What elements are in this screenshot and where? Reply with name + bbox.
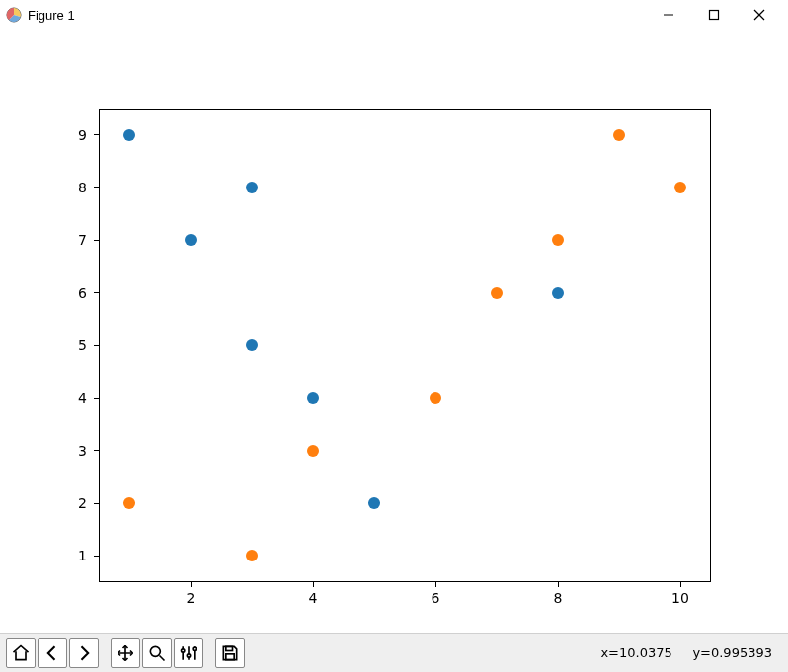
y-tick-label: 5 — [78, 337, 87, 353]
data-point — [552, 287, 564, 299]
x-tick-mark — [435, 582, 436, 587]
y-tick-label: 6 — [78, 285, 87, 301]
cursor-coordinates: x=10.0375 y=0.995393 — [600, 645, 782, 660]
y-tick-label: 9 — [78, 127, 87, 143]
zoom-button[interactable] — [142, 638, 172, 668]
svg-point-5 — [150, 646, 160, 656]
home-button[interactable] — [6, 638, 36, 668]
svg-rect-13 — [226, 646, 233, 650]
window-controls — [646, 0, 782, 30]
y-tick-label: 2 — [78, 495, 87, 511]
x-tick-label: 2 — [187, 590, 196, 606]
data-point — [430, 392, 441, 404]
data-point — [552, 234, 564, 246]
x-tick-label: 10 — [671, 590, 689, 606]
window-title-bar: Figure 1 — [0, 0, 788, 30]
data-point — [491, 287, 503, 299]
svg-point-10 — [187, 653, 190, 656]
save-icon — [220, 643, 240, 663]
minimize-button[interactable] — [646, 0, 691, 30]
close-button[interactable] — [737, 0, 782, 30]
matplotlib-figure-icon — [6, 7, 22, 23]
svg-line-6 — [160, 655, 165, 660]
save-button[interactable] — [215, 638, 245, 668]
y-tick-mark — [94, 398, 99, 399]
pan-button[interactable] — [111, 638, 140, 668]
back-button[interactable] — [38, 638, 67, 668]
pan-icon — [116, 643, 135, 663]
plot-axes — [99, 109, 711, 582]
configure-subplots-button[interactable] — [174, 638, 203, 668]
window-title: Figure 1 — [28, 8, 75, 23]
svg-rect-2 — [710, 11, 719, 20]
x-tick-label: 8 — [554, 590, 563, 606]
zoom-icon — [147, 643, 167, 663]
back-icon — [42, 643, 62, 663]
svg-point-12 — [193, 647, 196, 650]
y-tick-label: 8 — [78, 180, 87, 195]
data-point — [613, 129, 625, 141]
x-tick-mark — [313, 582, 314, 587]
x-tick-mark — [191, 582, 192, 587]
y-tick-mark — [94, 556, 99, 557]
data-point — [123, 497, 135, 509]
y-tick-label: 1 — [78, 548, 87, 563]
y-tick-label: 3 — [78, 443, 87, 459]
data-point — [307, 392, 319, 404]
data-point — [246, 550, 258, 561]
y-tick-label: 7 — [78, 232, 87, 248]
x-tick-mark — [558, 582, 559, 587]
data-point — [123, 129, 135, 141]
maximize-button[interactable] — [691, 0, 737, 30]
data-point — [185, 234, 197, 246]
data-point — [307, 445, 319, 457]
y-tick-mark — [94, 503, 99, 504]
y-tick-mark — [94, 240, 99, 241]
y-tick-mark — [94, 292, 99, 293]
navigation-toolbar: x=10.0375 y=0.995393 — [0, 633, 788, 672]
data-point — [246, 182, 258, 193]
data-point — [368, 497, 380, 509]
x-tick-label: 6 — [432, 590, 440, 606]
y-tick-mark — [94, 450, 99, 451]
data-point — [246, 339, 258, 351]
y-tick-mark — [94, 345, 99, 346]
y-tick-mark — [94, 187, 99, 188]
y-tick-mark — [94, 134, 99, 135]
data-point — [674, 182, 686, 193]
home-icon — [11, 643, 31, 663]
svg-point-8 — [182, 648, 185, 651]
configure-icon — [179, 643, 198, 663]
x-tick-mark — [680, 582, 681, 587]
forward-icon — [74, 643, 94, 663]
svg-rect-14 — [226, 653, 234, 659]
forward-button[interactable] — [69, 638, 99, 668]
y-tick-label: 4 — [78, 390, 87, 406]
x-tick-label: 4 — [309, 590, 318, 606]
figure-canvas[interactable]: 246810123456789 — [0, 30, 788, 633]
